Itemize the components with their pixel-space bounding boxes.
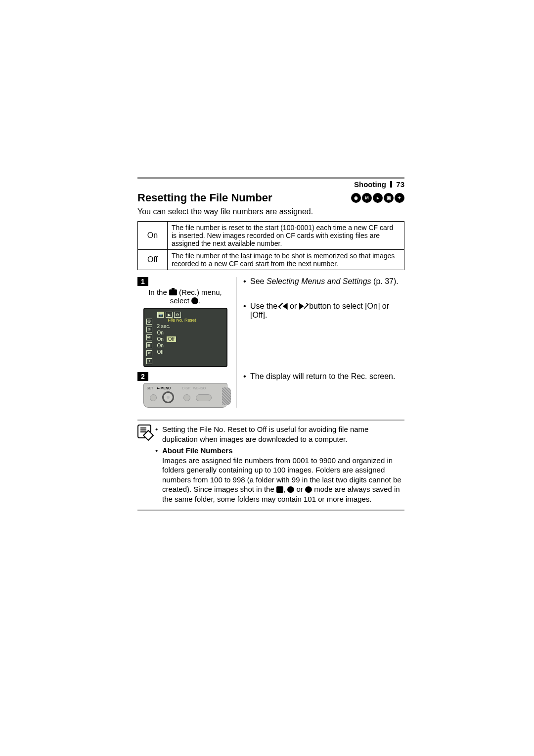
lcd-row: On <box>157 343 223 348</box>
step-1-bullet-a: • See Selecting Menus and Settings (p. 3… <box>243 277 404 286</box>
step-2: 2 SET ⇐ MENU DISP. WB-ISO • The display … <box>137 372 404 408</box>
step-1-label-a: In the <box>148 288 169 296</box>
chapter-name: Shooting <box>354 180 386 189</box>
camera-back-diagram: SET ⇐ MENU DISP. WB-ISO <box>143 383 227 408</box>
camera-button-icon <box>183 394 190 401</box>
page-number: 73 <box>396 180 404 189</box>
chapter-bar <box>137 177 404 179</box>
notes-box: • Setting the File No. Reset to Off is u… <box>137 420 404 511</box>
step-1-left: 1 In the (Rec.) menu, select . ⦿ ⟳ AF ▦ … <box>137 277 236 372</box>
lcd-sidebar-icon: ✦ <box>146 358 152 364</box>
set-label: SET <box>147 386 154 390</box>
step1-right-b-pre: Use the <box>250 302 280 310</box>
option-on-desc: The file number is reset to the start (1… <box>168 222 404 250</box>
note-icon <box>137 425 155 506</box>
step-1-label-c: select <box>170 296 191 305</box>
step1-right-a-pre: See <box>250 277 267 285</box>
lcd-sidebar-icon: ▦ <box>146 342 152 348</box>
note-1: • Setting the File No. Reset to Off is u… <box>155 425 404 444</box>
step-2-right: • The display will return to the Rec. sc… <box>236 372 404 387</box>
step-1-label-b: (Rec.) menu, <box>179 288 222 296</box>
note-2: • About File Numbers Images are assigned… <box>155 446 404 504</box>
rec-menu-icon <box>169 289 177 295</box>
lcd-row: 2 sec. <box>157 324 223 329</box>
lcd-screen: ⦿ ⟳ AF ▦ ✿ ✦ 📷 ▶ ⚙ File No. Reset <box>143 308 227 367</box>
option-off-label: Off <box>138 250 168 270</box>
step-2-bullet: • The display will return to the Rec. sc… <box>243 372 404 381</box>
mode-icon-2: ▣ <box>384 193 394 203</box>
step-2-number: 2 <box>137 372 148 381</box>
mode-icons: ◉ M ▸ ▣ ✦ <box>351 193 404 203</box>
camera-grip <box>222 387 231 405</box>
note-1-text: Setting the File No. Reset to Off is use… <box>162 425 404 444</box>
step-2-text: The display will return to the Rec. scre… <box>250 372 395 381</box>
camera-mode-icon: ◉ <box>351 193 361 203</box>
lcd-sidebar-icon: ⦿ <box>146 319 152 325</box>
steps: 1 In the (Rec.) menu, select . ⦿ ⟳ AF ▦ … <box>137 277 404 408</box>
camera-zoom-icon <box>196 394 212 401</box>
menu-arrow: ⇐ MENU <box>157 386 171 390</box>
section-title: Resetting the File Number <box>137 191 272 204</box>
note-frame-icon <box>137 425 151 438</box>
step-2-left: 2 SET ⇐ MENU DISP. WB-ISO <box>137 372 236 408</box>
disp-label: DISP. <box>182 386 191 390</box>
table-row: On The file number is reset to the start… <box>138 222 404 250</box>
lcd-sidebar-icon: AF <box>146 334 152 340</box>
reference-link: Selecting Menus and Settings <box>267 277 371 285</box>
lcd-tab-active-icon: 📷 <box>157 312 164 318</box>
option-off-desc: The file number of the last image to be … <box>168 250 404 270</box>
stitch-mode-icon <box>276 486 283 493</box>
wb-label: WB-ISO <box>193 386 206 390</box>
note-2-title: About File Numbers <box>162 446 233 455</box>
note-2-or: or <box>296 485 305 493</box>
camera-dial-icon <box>162 391 174 403</box>
step-1-label: In the (Rec.) menu, select . <box>137 288 233 305</box>
play-mode-icon: ▸ <box>373 193 383 203</box>
chapter-label: Shooting 73 <box>137 180 404 189</box>
lcd-content: 📷 ▶ ⚙ File No. Reset 2 sec. On On Off On… <box>157 312 223 355</box>
step1-right-b-mid: or <box>288 302 299 310</box>
lcd-sidebar-icon: ✿ <box>146 350 152 356</box>
page-content: Shooting 73 Resetting the File Number ◉ … <box>137 177 404 511</box>
step1-right-a-post: (p. 37). <box>371 277 399 285</box>
separator-icon <box>390 181 392 188</box>
step-1-number: 1 <box>137 277 148 286</box>
lcd-tab-icon: ▶ <box>166 312 173 318</box>
bullet-dot: • <box>243 372 250 381</box>
aeb-mode-icon <box>287 486 294 493</box>
section-title-row: Resetting the File Number ◉ M ▸ ▣ ✦ <box>137 191 404 204</box>
bullet-dot: • <box>243 302 250 320</box>
options-table: On The file number is reset to the start… <box>137 221 404 270</box>
step-1-right: • See Selecting Menus and Settings (p. 3… <box>236 277 404 326</box>
step-1: 1 In the (Rec.) menu, select . ⦿ ⟳ AF ▦ … <box>137 277 404 372</box>
lcd-sidebar-icon: ⟳ <box>146 327 152 332</box>
notes-body: • Setting the File No. Reset to Off is u… <box>155 425 404 506</box>
lcd-title: File No. Reset <box>168 318 223 323</box>
file-no-select-icon <box>191 297 198 304</box>
focus-bracket-mode-icon <box>305 486 312 493</box>
bullet-dot: • <box>155 425 162 444</box>
lcd-row: Off <box>157 349 223 355</box>
option-on-label: On <box>138 222 168 250</box>
lcd-row: On Off <box>157 336 223 342</box>
bullet-dot: • <box>155 446 162 504</box>
step-1-bullet-b: • Use the or button to select [On] or [O… <box>243 302 404 320</box>
bullet-dot: • <box>243 277 250 286</box>
m-mode-icon: M <box>362 193 372 203</box>
lcd-tab-icon: ⚙ <box>174 312 181 318</box>
lcd-selected-off: Off <box>167 336 176 342</box>
camera-button-icon <box>150 394 157 401</box>
mode-icon-3: ✦ <box>395 193 404 203</box>
intro-text: You can select the way file numbers are … <box>137 207 404 216</box>
lcd-sidebar: ⦿ ⟳ AF ▦ ✿ ✦ <box>146 319 152 364</box>
lcd-row: On <box>157 330 223 335</box>
table-row: Off The file number of the last image to… <box>138 250 404 270</box>
